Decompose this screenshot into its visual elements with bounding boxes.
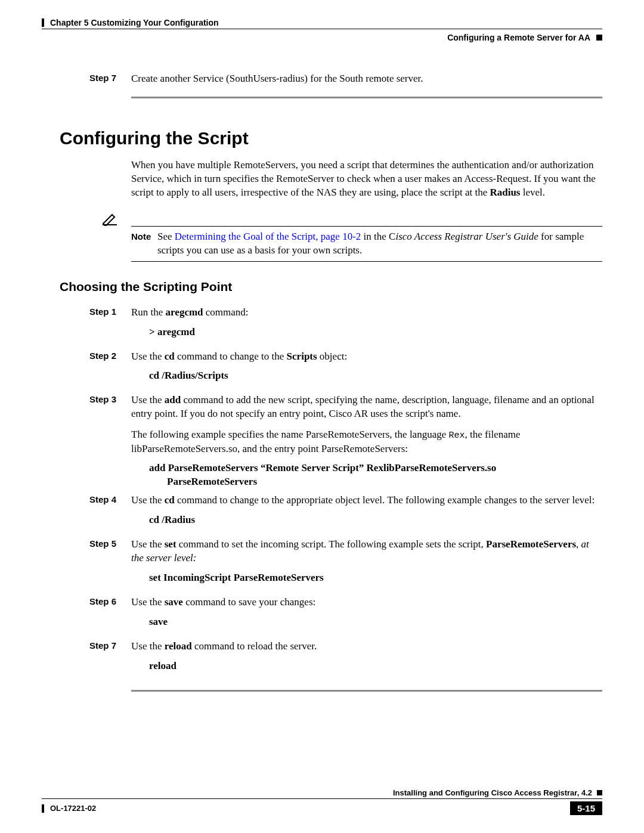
pencil-icon xyxy=(101,212,119,226)
step-row: Step 5 Use the set command to set the in… xyxy=(42,538,602,591)
page: Chapter 5 Customizing Your Configuration… xyxy=(0,0,644,833)
footer: Installing and Configuring Cisco Access … xyxy=(42,788,602,815)
command-cd-radius: cd /Radius xyxy=(149,513,602,527)
step-label: Step 7 xyxy=(42,72,131,86)
footer-square-icon xyxy=(597,790,602,795)
step-row: Step 3 Use the add command to add the ne… xyxy=(42,394,602,489)
note-block: Note See Determining the Goal of the Scr… xyxy=(101,212,602,262)
step-row: Step 4 Use the cd command to change to t… xyxy=(42,494,602,533)
footer-rule xyxy=(42,798,602,799)
running-subheader: Configuring a Remote Server for AA xyxy=(42,33,602,42)
footer-book-title: Installing and Configuring Cisco Access … xyxy=(393,788,592,797)
step-body: Create another Service (SouthUsers-radiu… xyxy=(131,72,602,86)
step-body: Run the aregcmd command: > aregcmd xyxy=(131,306,602,345)
chapter-label: Chapter 5 Customizing Your Configuration xyxy=(50,18,219,27)
command-aregcmd: > aregcmd xyxy=(149,326,602,339)
step-body: Use the cd command to change to the appr… xyxy=(131,494,602,533)
step-label: Step 6 xyxy=(42,596,131,635)
command-set-incomingscript: set IncomingScript ParseRemoteServers xyxy=(149,571,602,585)
step-row: Step 7 Create another Service (SouthUser… xyxy=(42,72,602,86)
footer-doc-number: OL-17221-02 xyxy=(50,804,96,813)
procedure-end-rule xyxy=(131,690,602,692)
step-label: Step 5 xyxy=(42,538,131,591)
command-reload: reload xyxy=(149,659,602,673)
intro-paragraph: When you have multiple RemoteServers, yo… xyxy=(131,159,602,200)
step-label: Step 2 xyxy=(42,350,131,389)
step-label: Step 1 xyxy=(42,306,131,345)
step-row: Step 7 Use the reload command to reload … xyxy=(42,640,602,679)
step-body: Use the reload command to reload the ser… xyxy=(131,640,602,679)
heading-configuring-script: Configuring the Script xyxy=(60,128,602,148)
procedure-end-rule xyxy=(131,97,602,98)
step-body: Use the add command to add the new scrip… xyxy=(131,394,602,489)
content: Step 7 Create another Service (SouthUser… xyxy=(42,72,602,692)
note-text: See Determining the Goal of the Script, … xyxy=(157,230,602,258)
section-label: Configuring a Remote Server for AA xyxy=(447,33,590,42)
intro-bold: Radius xyxy=(490,187,520,198)
step-body: Use the save command to save your change… xyxy=(131,596,602,635)
step-row: Step 2 Use the cd command to change to t… xyxy=(42,350,602,389)
step-body: Use the cd command to change to the Scri… xyxy=(131,350,602,389)
header-square-icon xyxy=(596,35,602,41)
note-rule-bottom xyxy=(131,261,602,262)
step-body: Use the set command to set the incoming … xyxy=(131,538,602,591)
step-label: Step 4 xyxy=(42,494,131,533)
step-label: Step 7 xyxy=(42,640,131,679)
command-cd-scripts: cd /Radius/Scripts xyxy=(149,369,602,383)
footer-bar-icon xyxy=(42,804,44,813)
command-save: save xyxy=(149,615,602,629)
running-header: Chapter 5 Customizing Your Configuration xyxy=(42,18,602,27)
step-row: Step 6 Use the save command to save your… xyxy=(42,596,602,635)
note-xref-link[interactable]: Determining the Goal of the Script, page… xyxy=(175,231,361,242)
note-label: Note xyxy=(131,230,157,243)
heading-choosing-scripting-point: Choosing the Scripting Point xyxy=(60,280,602,294)
header-bar-icon xyxy=(42,18,44,27)
command-add-script: add ParseRemoteServers “Remote Server Sc… xyxy=(149,462,602,489)
note-rule-top xyxy=(131,226,602,227)
page-number: 5-15 xyxy=(570,801,602,815)
header-rule xyxy=(42,29,602,29)
step-label: Step 3 xyxy=(42,394,131,489)
step-row: Step 1 Run the aregcmd command: > aregcm… xyxy=(42,306,602,345)
intro-after: level. xyxy=(520,187,545,198)
